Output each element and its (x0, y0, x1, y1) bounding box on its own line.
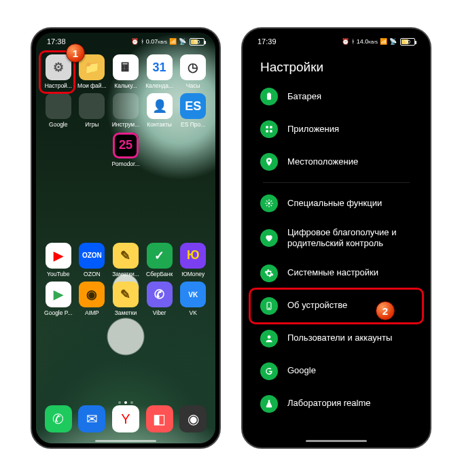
nav-home-handle[interactable] (95, 440, 156, 442)
status-bar: 17:39 ⏰ ᚼ 14.0KB/S 📶 📡 50 (247, 33, 426, 50)
gear-icon (260, 265, 278, 282)
signal-icon: 📶 (380, 38, 387, 45)
dock-camera[interactable]: ◉ (179, 405, 207, 432)
status-bar: 17:38 ⏰ ᚼ 0.07KB/S 📶 📡 50 (36, 33, 215, 50)
dock-yandex[interactable]: Y (112, 405, 139, 432)
app-icon: ✆ (147, 282, 173, 307)
user-icon (260, 330, 278, 347)
signal-icon: 📶 (169, 38, 177, 45)
folder-icon (46, 93, 71, 119)
dock-gallery[interactable]: ◧ (146, 405, 173, 432)
app-pomodoro[interactable]: 25Pomodor... (109, 133, 142, 172)
app-contacts[interactable]: 👤Контакты (143, 93, 176, 128)
svg-rect-0 (267, 93, 271, 99)
settings-row-apps[interactable]: Приложения (251, 113, 422, 146)
phone-left: 17:38 ⏰ ᚼ 0.07KB/S 📶 📡 50 ⚙Настрой...📁Мо… (31, 27, 221, 449)
app-aimp[interactable]: ◉AIMP (75, 282, 108, 316)
bluetooth-icon: ᚼ (351, 38, 355, 45)
settings-list[interactable]: БатареяПриложенияМестоположениеСпециальн… (247, 80, 426, 420)
app-icon: ✓ (147, 243, 173, 269)
app-youtube[interactable]: ▶YouTube (42, 243, 75, 277)
status-net-speed: 0.07KB/S (146, 38, 167, 45)
settings-row-about[interactable]: Об устройстве (251, 290, 422, 322)
settings-row-battery[interactable]: Батарея (251, 80, 422, 113)
dock-phone[interactable]: ✆ (45, 405, 72, 432)
app-icon: ✎ (113, 282, 139, 307)
app-folder-tools[interactable]: Инструм... (109, 93, 142, 128)
svg-point-6 (268, 202, 270, 205)
app-label: Контакты (143, 122, 177, 128)
dock-messages[interactable]: ✉ (78, 405, 105, 432)
svg-rect-2 (266, 126, 268, 129)
settings-row-google[interactable]: Google (251, 355, 422, 388)
app-label: СберБанк (143, 271, 177, 277)
app-label: Заметки... (109, 271, 143, 277)
app-googleplay[interactable]: ▶Google P... (42, 282, 75, 316)
app-label: Инструм... (109, 122, 143, 128)
svg-rect-3 (270, 126, 272, 129)
app-notes2[interactable]: ✎Заметки (109, 282, 142, 316)
divider (263, 182, 410, 183)
app-clock[interactable]: ◷Часы (177, 54, 209, 89)
app-icon: 25 (113, 133, 139, 158)
settings-row-special[interactable]: Специальные функции (251, 187, 422, 220)
alarm-icon: ⏰ (342, 38, 349, 45)
app-label: Игры (75, 122, 109, 128)
settings-row-users[interactable]: Пользователи и аккаунты (251, 322, 422, 355)
battery-icon: 50 (190, 38, 205, 46)
app-label: Календа... (143, 83, 177, 89)
app-label: Кальку... (109, 83, 143, 89)
app-label: Google (41, 122, 75, 128)
app-folder-google[interactable]: Google (42, 93, 75, 128)
app-ozon[interactable]: OZONOZON (75, 243, 108, 277)
settings-label: Лаборатория realme (287, 398, 412, 409)
app-calendar[interactable]: 31Календа... (143, 54, 176, 89)
app-label: YouTube (41, 271, 75, 277)
settings-screen[interactable]: 17:39 ⏰ ᚼ 14.0KB/S 📶 📡 50 Настройки Бата… (247, 33, 426, 443)
svg-point-9 (268, 335, 271, 339)
folder-icon (79, 93, 105, 119)
settings-row-system[interactable]: Системные настройки (251, 257, 422, 290)
status-time: 17:39 (257, 37, 277, 46)
app-sberbank[interactable]: ✓СберБанк (143, 243, 176, 277)
app-vk[interactable]: VKVK (177, 282, 209, 316)
app-icon: 🖩 (113, 54, 139, 80)
status-time: 17:38 (47, 37, 66, 46)
app-icon: Ю (180, 243, 206, 269)
status-net-speed: 14.0KB/S (357, 38, 378, 45)
phone-icon (260, 297, 278, 315)
app-label: OZON (75, 271, 109, 277)
settings-row-wellbeing[interactable]: Цифровое благополучие и родительский кон… (251, 220, 422, 257)
settings-label: Пользователи и аккаунты (287, 333, 412, 343)
flask-icon (260, 395, 278, 413)
heart-icon (260, 229, 278, 247)
callout-badge-1: 1 (66, 44, 85, 63)
app-folder-games[interactable]: Игры (75, 93, 108, 128)
settings-label: Цифровое благополучие и родительский кон… (287, 227, 412, 250)
page-indicator[interactable] (36, 401, 215, 404)
app-icon: ◉ (79, 282, 105, 307)
app-label: Pomodor... (109, 161, 143, 167)
app-viber[interactable]: ✆Viber (143, 282, 176, 316)
app-label: ЮMoney (176, 271, 210, 277)
app-icon: ✎ (113, 243, 139, 269)
app-notes[interactable]: ✎Заметки... (109, 243, 142, 277)
home-screen[interactable]: 17:38 ⏰ ᚼ 0.07KB/S 📶 📡 50 ⚙Настрой...📁Мо… (36, 33, 215, 443)
app-label: Часы (176, 83, 210, 89)
app-calc[interactable]: 🖩Кальку... (109, 54, 142, 89)
svg-rect-5 (270, 130, 272, 133)
home-grid[interactable]: ⚙Настрой...📁Мои фай...🖩Кальку...31Календ… (36, 50, 215, 316)
settings-label: Системные настройки (287, 267, 412, 278)
settings-row-realme-lab[interactable]: Лаборатория realme (251, 388, 422, 420)
dock[interactable]: ✆✉Y◧◉ (36, 405, 215, 438)
settings-row-location[interactable]: Местоположение (251, 146, 422, 178)
wifi-icon: 📡 (389, 38, 397, 45)
app-label: VK (176, 310, 210, 316)
google-icon (260, 362, 278, 380)
app-icon: ES (180, 93, 206, 119)
app-es-explorer[interactable]: ESES Про... (177, 93, 209, 128)
app-icon: 👤 (147, 93, 173, 119)
nav-home-handle[interactable] (306, 440, 367, 442)
app-yoomoney[interactable]: ЮЮMoney (177, 243, 209, 277)
app-label: Google P... (41, 310, 75, 316)
